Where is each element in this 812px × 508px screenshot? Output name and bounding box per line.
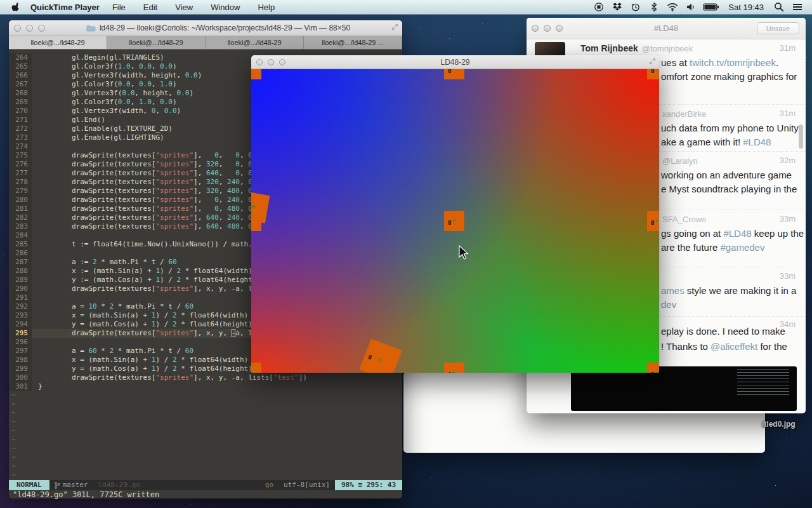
number-literal: 0.0 xyxy=(122,89,134,97)
tweet-link[interactable]: dev xyxy=(661,299,676,310)
git-branch-icon xyxy=(55,482,60,489)
string-literal: "sprites" xyxy=(155,151,193,159)
code-text: x := (math.Sin(a) + 1) / 2 * float64(wid… xyxy=(32,267,252,276)
tweet-text: ake a game with it! xyxy=(661,137,743,147)
game-sprite: 0 xyxy=(251,191,270,224)
tweet-text-line: gs going on at #LD48 keep up the xyxy=(661,228,797,239)
code-text: a = 10 * 2 * math.Pi * t / 60 xyxy=(32,302,193,311)
menu-bar: QuickTime Player FileEditViewWindowHelp … xyxy=(0,0,812,15)
number-literal: 640 xyxy=(206,222,219,231)
terminal-tab[interactable]: lloeki@.../ld48-29 xyxy=(9,36,107,49)
terminal-tab[interactable]: lloeki@.../ld48-29 ... xyxy=(304,36,402,49)
battery-icon[interactable] xyxy=(702,1,720,13)
line-number: 268 xyxy=(9,89,32,98)
lines-icon: ≡ xyxy=(358,481,362,489)
terminal-tab[interactable]: lloeki@.../ld48-29 xyxy=(107,36,206,49)
tweet-link[interactable]: #LD48 xyxy=(743,137,771,147)
menu-window[interactable]: Window xyxy=(202,3,249,12)
spotlight-search-icon[interactable] xyxy=(772,1,786,13)
line-number: 294 xyxy=(9,320,32,329)
game-canvas[interactable]: 00000000000 xyxy=(251,69,659,373)
number-literal: 0.0 xyxy=(139,80,152,88)
tweet-link[interactable]: @aliceffekt xyxy=(710,341,757,352)
notification-center-icon[interactable] xyxy=(790,1,804,13)
number-literal: 60 xyxy=(88,347,96,355)
string-literal: "sprites" xyxy=(155,222,193,231)
close-button[interactable] xyxy=(14,25,21,32)
tilde-marker: ~ xyxy=(9,471,34,480)
menu-help[interactable]: Help xyxy=(249,3,284,12)
tweet-timestamp: 32m xyxy=(780,156,796,165)
code-text: drawSprite(textures["sprites"], 640, 240… xyxy=(32,213,269,222)
minimize-button[interactable] xyxy=(26,25,33,32)
line-number: 286 xyxy=(9,249,32,258)
terminal-tab[interactable]: lloeki@.../ld48-29 xyxy=(206,36,304,49)
sprite-center-cross xyxy=(452,218,456,223)
number-literal: 240 xyxy=(227,178,240,186)
menu-file[interactable]: File xyxy=(103,3,134,12)
code-text xyxy=(32,249,38,258)
time-machine-icon[interactable] xyxy=(629,1,643,13)
vim-cursor: - xyxy=(232,329,236,337)
tweet-link[interactable]: ames xyxy=(661,285,684,296)
desktop-file-label[interactable]: itled0.jpg xyxy=(762,420,796,429)
number-literal: 2 xyxy=(177,276,181,284)
menu-edit[interactable]: Edit xyxy=(134,3,166,12)
terminal-titlebar[interactable]: ld48-29 — lloeki@Coriolis: ~/Workspace/p… xyxy=(9,20,402,36)
sprite-center-cross xyxy=(251,370,253,373)
wifi-icon[interactable] xyxy=(665,1,679,13)
apple-menu[interactable] xyxy=(11,2,20,12)
number-literal: 2 xyxy=(177,267,181,275)
line-number: 293 xyxy=(9,311,32,320)
tweet-text-line: working on an adventure game xyxy=(661,170,797,180)
game-titlebar[interactable]: LD48-29 xyxy=(251,55,659,69)
resize-icon[interactable] xyxy=(391,23,398,30)
bluetooth-icon[interactable] xyxy=(647,1,661,13)
code-text: x = (math.Sin(a) + 1) / 2 * float64(widt… xyxy=(32,356,248,364)
volume-icon[interactable] xyxy=(684,1,698,13)
tweet-link[interactable]: twitch.tv/tomrijnbeek xyxy=(690,57,776,68)
menu-clock[interactable]: Sat 19:43 xyxy=(724,3,768,12)
number-literal: 2 xyxy=(110,347,114,355)
unsave-button[interactable]: Unsave xyxy=(757,22,799,34)
desktop: itled0.jpg #LD48 Unsave Tom Rijnbeek@tom… xyxy=(0,0,812,508)
tweet-link[interactable]: #gamedev xyxy=(720,242,764,253)
mouse-cursor xyxy=(458,245,469,260)
scrollbar-thumb[interactable] xyxy=(799,124,803,149)
line-number: 297 xyxy=(9,347,32,356)
number-literal: 0 xyxy=(152,107,156,115)
code-text: gl.Begin(gl.TRIANGLES) xyxy=(32,53,164,62)
line-number: 265 xyxy=(9,62,32,71)
line-number: 299 xyxy=(9,364,32,373)
number-literal: 2 xyxy=(173,320,177,328)
tweet-link[interactable]: #LD48 xyxy=(723,228,751,239)
number-literal: 480 xyxy=(227,187,240,195)
string-literal: "test" xyxy=(273,373,299,382)
code-text: gl.Vertex3f(0.0, height, 0.0) xyxy=(32,89,193,98)
sprite-center-cross xyxy=(251,204,256,209)
folder-icon xyxy=(86,25,96,32)
tweet-timestamp: 33m xyxy=(780,214,796,224)
menu-view[interactable]: View xyxy=(166,3,202,12)
number-literal: 2 xyxy=(173,311,177,319)
app-menu[interactable]: QuickTime Player xyxy=(30,3,100,12)
tilde-marker: ~ xyxy=(9,436,34,444)
number-literal: 0.0 xyxy=(177,89,190,97)
empty-buffer-line: ~ xyxy=(9,427,402,436)
line-number: 271 xyxy=(9,116,32,124)
game-sprite: 0 xyxy=(444,363,464,373)
dropbox-icon[interactable] xyxy=(610,1,624,13)
line-number: 298 xyxy=(9,356,32,364)
sprite-center-cross xyxy=(655,370,659,373)
tweet-image-attachment[interactable] xyxy=(571,366,797,411)
number-literal: 1 xyxy=(152,320,156,328)
code-text: y = (math.Cos(a) + 1) / 2 * float64(heig… xyxy=(32,364,252,373)
tweet-text: omfort zone making graphics for xyxy=(661,71,797,82)
zoom-button[interactable] xyxy=(38,25,45,32)
fullscreen-icon[interactable] xyxy=(649,58,656,65)
line-number: 274 xyxy=(9,142,32,151)
screen-recording-stop-icon[interactable] xyxy=(592,1,606,13)
tilde-marker: ~ xyxy=(9,453,34,462)
tweetbot-titlebar[interactable]: #LD48 Unsave xyxy=(527,18,806,39)
sprite-label: 0 xyxy=(651,220,654,226)
